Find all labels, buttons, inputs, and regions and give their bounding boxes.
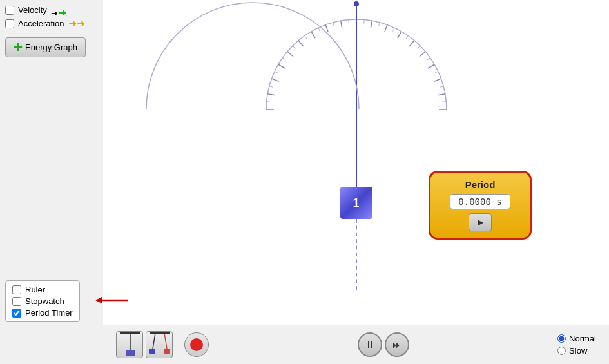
step-icon: ⏭ [392,340,401,350]
period-timer-checkbox[interactable] [12,309,21,318]
normal-speed-option[interactable]: Normal [557,334,596,343]
pause-button[interactable]: ⏸ [358,332,382,357]
bottom-left-panel: Ruler Stopwatch Period Timer [5,280,80,322]
normal-speed-radio[interactable] [557,334,566,343]
period-timer-label[interactable]: Period Timer [25,308,73,318]
period-timer-row: Period Timer [12,308,73,318]
pendulum-bob[interactable]: 1 [340,187,372,219]
velocity-row: Velocity ➜ [5,5,86,15]
svg-rect-41 [126,350,135,356]
acceleration-row: Acceleration ➜ [5,17,86,30]
pause-icon: ⏸ [365,339,375,350]
svg-rect-46 [164,349,170,354]
acceleration-checkbox[interactable] [5,19,14,28]
top-left-panel: Velocity ➜ Acceleration ➜ ✚ Energy Graph [5,5,86,57]
acceleration-arrow-icon: ➜ [68,17,85,30]
toolbar-center: ⏸ ⏭ [358,332,409,357]
svg-line-43 [153,333,155,349]
mass-label: 1 [353,196,359,210]
pendulum-one-button[interactable] [116,331,143,358]
stopwatch-checkbox[interactable] [12,297,21,306]
period-play-button[interactable]: ▶ [469,213,492,231]
period-display: 0.0000 s [450,194,510,209]
velocity-label[interactable]: Velocity [18,5,47,15]
ruler-label[interactable]: Ruler [25,285,45,294]
energy-graph-button[interactable]: ✚ Energy Graph [5,37,86,57]
pendulum-two-button[interactable] [146,331,173,358]
slow-speed-label: Slow [569,346,587,356]
bottom-toolbar: ⏸ ⏭ Normal Slow [103,325,609,364]
ruler-checkbox[interactable] [12,285,21,294]
plus-icon: ✚ [14,41,22,53]
toolbar-right: Normal Slow [557,334,596,356]
play-icon: ▶ [478,218,483,227]
svg-marker-39 [95,297,102,303]
svg-rect-44 [149,349,155,354]
velocity-arrow-icon: ➜ [51,6,64,14]
red-arrow-icon [95,294,131,306]
arrow-annotation [95,294,131,306]
period-timer-title: Period [465,179,496,190]
pendulum-one-icon [117,332,143,358]
pendulum-two-icon [146,332,173,358]
slow-speed-radio[interactable] [557,347,566,355]
pendulum-string [356,3,357,202]
period-timer-widget: Period 0.0000 s ▶ [429,171,532,240]
pendulum-dashed [356,219,357,290]
acceleration-label[interactable]: Acceleration [18,19,64,28]
step-forward-button[interactable]: ⏭ [385,332,409,357]
normal-speed-label: Normal [569,334,596,343]
stopwatch-row: Stopwatch [12,296,73,306]
slow-speed-option[interactable]: Slow [557,346,587,356]
svg-line-45 [164,333,167,349]
ruler-row: Ruler [12,285,73,294]
record-circle-icon [190,338,203,351]
energy-graph-label: Energy Graph [25,43,77,52]
velocity-checkbox[interactable] [5,6,14,15]
record-button[interactable] [184,332,209,357]
simulation-area: // We'll draw tick marks via JS after re… [103,0,609,325]
toolbar-left [116,331,209,358]
stopwatch-label[interactable]: Stopwatch [25,296,64,306]
